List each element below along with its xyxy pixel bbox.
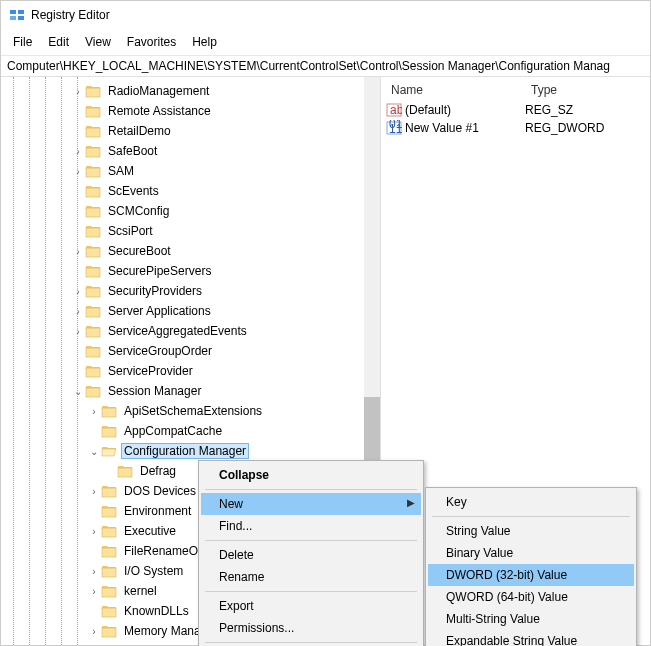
tree-toggle-icon[interactable]: › [87,486,101,497]
tree-toggle-icon[interactable] [87,606,101,617]
tree-row[interactable]: ›SAM [1,161,380,181]
value-name: New Value #1 [405,121,525,135]
tree-row[interactable]: SCMConfig [1,201,380,221]
tree-item-label: SecureBoot [105,243,174,259]
tree-toggle-icon[interactable] [87,426,101,437]
tree-toggle-icon[interactable] [71,226,85,237]
tree-item-label: SecurePipeServers [105,263,214,279]
ctx-new-expandstring[interactable]: Expandable String Value [428,630,634,646]
tree-toggle-icon[interactable]: › [87,626,101,637]
folder-icon [101,604,117,618]
tree-row[interactable]: ›ServiceAggregatedEvents [1,321,380,341]
tree-row[interactable]: ServiceGroupOrder [1,341,380,361]
menu-view[interactable]: View [77,31,119,53]
value-row[interactable]: ab(Default)REG_SZ [381,101,650,119]
tree-row[interactable]: ›Server Applications [1,301,380,321]
tree-toggle-icon[interactable]: › [87,526,101,537]
tree-toggle-icon[interactable] [71,366,85,377]
folder-icon [101,424,117,438]
ctx-permissions[interactable]: Permissions... [201,617,421,639]
tree-toggle-icon[interactable] [71,346,85,357]
tree-toggle-icon[interactable] [87,546,101,557]
address-bar[interactable]: Computer\HKEY_LOCAL_MACHINE\SYSTEM\Curre… [1,56,650,77]
tree-toggle-icon[interactable] [71,266,85,277]
svg-rect-40 [118,468,132,477]
tree-toggle-icon[interactable]: › [71,286,85,297]
tree-row[interactable]: ›SecureBoot [1,241,380,261]
tree-toggle-icon[interactable]: › [71,246,85,257]
value-name: (Default) [405,103,525,117]
svg-rect-20 [86,248,100,257]
svg-rect-36 [102,408,116,417]
tree-item-label: DOS Devices [121,483,199,499]
svg-rect-10 [86,148,100,157]
ctx-collapse[interactable]: Collapse [201,464,421,486]
svg-rect-56 [102,628,116,637]
titlebar: Registry Editor [1,1,650,29]
menu-help[interactable]: Help [184,31,225,53]
folder-icon [85,144,101,158]
tree-toggle-icon[interactable]: › [71,166,85,177]
tree-row[interactable]: ScEvents [1,181,380,201]
tree-toggle-icon[interactable] [71,206,85,217]
ctx-export[interactable]: Export [201,595,421,617]
ctx-new-multistring[interactable]: Multi-String Value [428,608,634,630]
ctx-separator [205,591,417,592]
tree-toggle-icon[interactable]: ⌄ [71,386,85,397]
svg-rect-0 [10,10,16,14]
ctx-new-dword[interactable]: DWORD (32-bit) Value [428,564,634,586]
tree-row[interactable]: ›RadioManagement [1,81,380,101]
ctx-separator [205,642,417,643]
tree-row[interactable]: ⌄Session Manager [1,381,380,401]
ctx-new-binary[interactable]: Binary Value [428,542,634,564]
tree-toggle-icon[interactable]: › [87,406,101,417]
column-type-header[interactable]: Type [525,81,646,99]
tree-toggle-icon[interactable] [71,186,85,197]
app-title: Registry Editor [31,8,110,22]
ctx-find[interactable]: Find... [201,515,421,537]
ctx-new[interactable]: New ▶ [201,493,421,515]
submenu-arrow-icon: ▶ [407,497,415,508]
menu-file[interactable]: File [5,31,40,53]
tree-row[interactable]: ServiceProvider [1,361,380,381]
svg-rect-2 [10,16,16,20]
tree-toggle-icon[interactable] [71,106,85,117]
ctx-new-key[interactable]: Key [428,491,634,513]
tree-toggle-icon[interactable] [71,126,85,137]
ctx-rename[interactable]: Rename [201,566,421,588]
column-name-header[interactable]: Name [385,81,525,99]
folder-icon [101,644,117,645]
tree-item-label: Defrag [137,463,179,479]
tree-row[interactable]: ›SafeBoot [1,141,380,161]
tree-row[interactable]: SecurePipeServers [1,261,380,281]
tree-row[interactable]: Remote Assistance [1,101,380,121]
tree-row[interactable]: ScsiPort [1,221,380,241]
ctx-delete[interactable]: Delete [201,544,421,566]
svg-rect-28 [86,328,100,337]
tree-toggle-icon[interactable] [103,466,117,477]
value-row[interactable]: 011110New Value #1REG_DWORD [381,119,650,137]
tree-toggle-icon[interactable]: › [71,146,85,157]
folder-icon [101,484,117,498]
tree-toggle-icon[interactable]: › [87,566,101,577]
tree-row[interactable]: ›SecurityProviders [1,281,380,301]
menu-edit[interactable]: Edit [40,31,77,53]
folder-icon [117,464,133,478]
tree-item-label: Remote Assistance [105,103,214,119]
tree-toggle-icon[interactable]: › [87,586,101,597]
tree-row[interactable]: RetailDemo [1,121,380,141]
tree-toggle-icon[interactable]: › [71,86,85,97]
tree-row[interactable]: ⌄Configuration Manager [1,441,380,461]
menubar: File Edit View Favorites Help [1,29,650,56]
svg-rect-26 [86,308,100,317]
tree-toggle-icon[interactable]: ⌄ [87,446,101,457]
svg-rect-48 [102,548,116,557]
tree-row[interactable]: ›ApiSetSchemaExtensions [1,401,380,421]
tree-row[interactable]: AppCompatCache [1,421,380,441]
tree-toggle-icon[interactable]: › [71,326,85,337]
tree-toggle-icon[interactable] [87,506,101,517]
ctx-new-string[interactable]: String Value [428,520,634,542]
tree-toggle-icon[interactable]: › [71,306,85,317]
ctx-new-qword[interactable]: QWORD (64-bit) Value [428,586,634,608]
menu-favorites[interactable]: Favorites [119,31,184,53]
